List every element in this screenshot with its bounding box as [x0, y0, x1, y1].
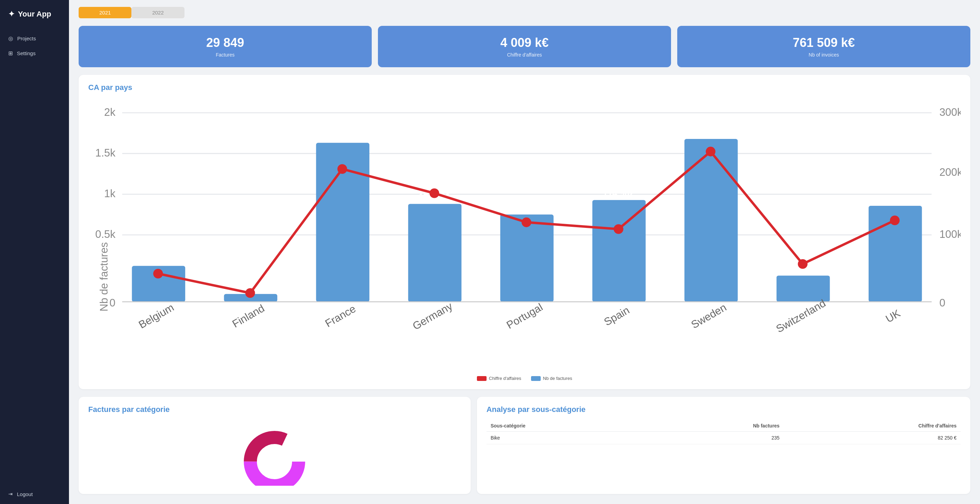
- svg-text:0.5k: 0.5k: [95, 228, 116, 240]
- logout-label: Logout: [17, 491, 33, 497]
- donut-center: [259, 446, 290, 477]
- legend-nb: Nb de factures: [531, 376, 573, 381]
- svg-text:100k: 100k: [939, 228, 961, 240]
- tab-2021[interactable]: 2021: [79, 7, 131, 18]
- donut-svg: [240, 424, 309, 486]
- kpi-value-invoices: 761 509 k€: [684, 35, 963, 50]
- svg-text:0: 0: [110, 297, 116, 309]
- svg-text:300k: 300k: [939, 106, 961, 118]
- kpi-label-factures: Factures: [86, 52, 365, 57]
- col-nb-factures: Nb factures: [651, 420, 784, 432]
- kpi-label-chiffre: Chiffre d'affaires: [385, 52, 664, 57]
- svg-text:UK: UK: [883, 307, 902, 325]
- dot-sweden: [706, 147, 716, 156]
- logout-button[interactable]: ⇥ Logout: [0, 484, 69, 504]
- svg-text:1.5k: 1.5k: [95, 147, 116, 159]
- cell-nb: 235: [651, 432, 784, 444]
- kpi-card-invoices: 761 509 k€ Nb of invoices: [677, 26, 970, 67]
- tab-2022[interactable]: 2022: [131, 7, 184, 18]
- svg-text:Nb de factures: Nb de factures: [98, 242, 110, 311]
- analysis-table: Sous-catégorie Nb factures Chiffre d'aff…: [487, 420, 961, 444]
- dot-portugal: [522, 218, 531, 227]
- ca-chart-svg: 2k 1.5k 1k 0.5k 0 300k 200k 100k 0 Nb de…: [88, 98, 961, 370]
- kpi-value-factures: 29 849: [86, 35, 365, 50]
- svg-text:210 108: 210 108: [326, 131, 358, 141]
- bar-germany: [408, 204, 462, 302]
- svg-text:Switzerland: Switzerland: [774, 297, 828, 335]
- sidebar-item-settings[interactable]: ⊞ Settings: [0, 46, 69, 61]
- app-title: Your App: [18, 10, 51, 19]
- bar-spain: [592, 200, 646, 302]
- star-icon: ✦: [8, 10, 14, 19]
- dot-switzerland: [798, 259, 808, 269]
- factures-categorie-card: Factures par catégorie: [79, 397, 471, 494]
- svg-text:1k: 1k: [104, 188, 116, 200]
- bottom-row: Factures par catégorie Analyse par sous-…: [79, 397, 970, 494]
- svg-text:Sweden: Sweden: [689, 301, 728, 331]
- sidebar-item-label: Projects: [17, 35, 36, 41]
- sidebar-item-label: Settings: [17, 50, 35, 56]
- svg-text:Portugal: Portugal: [504, 301, 545, 331]
- app-logo: ✦ Your App: [0, 0, 69, 28]
- dot-belgium: [153, 269, 163, 278]
- chart-legend: Chiffre d'affaires Nb de factures: [88, 376, 961, 381]
- svg-text:114 902: 114 902: [603, 188, 634, 198]
- cell-ca: 82 250 €: [784, 432, 961, 444]
- legend-ca: Chiffre d'affaires: [477, 376, 521, 381]
- logout-icon: ⇥: [8, 491, 13, 497]
- svg-text:Germany: Germany: [411, 300, 455, 332]
- kpi-label-invoices: Nb of invoices: [684, 52, 963, 57]
- dot-germany: [430, 188, 439, 198]
- sidebar-item-projects[interactable]: ◎ Projects: [0, 31, 69, 46]
- kpi-value-chiffre: 4 009 k€: [385, 35, 664, 50]
- table-head: Sous-catégorie Nb factures Chiffre d'aff…: [487, 420, 961, 432]
- dot-finland: [245, 288, 255, 298]
- sidebar-nav: ◎ Projects ⊞ Settings: [0, 28, 69, 484]
- svg-text:129 084: 129 084: [879, 194, 910, 204]
- col-chiffre-affaires: Chiffre d'affaires: [784, 420, 961, 432]
- legend-ca-label: Chiffre d'affaires: [489, 376, 521, 381]
- ca-par-pays-chart: 2k 1.5k 1k 0.5k 0 300k 200k 100k 0 Nb de…: [88, 98, 961, 371]
- table-row: Bike 235 82 250 €: [487, 432, 961, 444]
- svg-text:Spain: Spain: [602, 304, 632, 328]
- factures-categorie-title: Factures par catégorie: [88, 405, 461, 414]
- settings-icon: ⊞: [8, 50, 13, 57]
- legend-ca-box: [477, 376, 487, 381]
- svg-text:2k: 2k: [104, 106, 116, 118]
- svg-text:Finland: Finland: [230, 302, 267, 330]
- kpi-row: 29 849 Factures 4 009 k€ Chiffre d'affai…: [79, 26, 970, 67]
- svg-text:200k: 200k: [939, 166, 961, 178]
- legend-nb-box: [531, 376, 541, 381]
- dot-uk: [890, 215, 900, 225]
- table-body: Bike 235 82 250 €: [487, 432, 961, 444]
- dot-spain: [614, 224, 624, 234]
- analyse-sous-categorie-card: Analyse par sous-catégorie Sous-catégori…: [477, 397, 970, 494]
- donut-chart-container: [88, 420, 461, 486]
- year-tabs: 2021 2022: [79, 7, 970, 18]
- svg-text:238 451: 238 451: [695, 127, 726, 137]
- svg-text:Belgium: Belgium: [137, 301, 176, 331]
- projects-icon: ◎: [8, 35, 13, 42]
- table-header-row: Sous-catégorie Nb factures Chiffre d'aff…: [487, 420, 961, 432]
- svg-text:0: 0: [939, 297, 945, 309]
- ca-par-pays-title: CA par pays: [88, 83, 961, 92]
- svg-text:126 058: 126 058: [511, 203, 542, 212]
- main-content: 2021 2022 29 849 Factures 4 009 k€ Chiff…: [69, 0, 980, 504]
- col-sous-categorie: Sous-catégorie: [487, 420, 651, 432]
- kpi-card-chiffre: 4 009 k€ Chiffre d'affaires: [378, 26, 671, 67]
- svg-text:France: France: [323, 303, 358, 329]
- analyse-title: Analyse par sous-catégorie: [487, 405, 961, 414]
- sidebar: ✦ Your App ◎ Projects ⊞ Settings ⇥ Logou…: [0, 0, 69, 504]
- kpi-card-factures: 29 849 Factures: [79, 26, 372, 67]
- bar-portugal: [500, 215, 554, 302]
- ca-par-pays-card: CA par pays 2k 1.5k 1k 0.5k 0 300k 200k …: [79, 75, 970, 389]
- svg-text:44 097: 44 097: [145, 254, 171, 264]
- legend-nb-label: Nb de factures: [543, 376, 573, 381]
- cell-name: Bike: [487, 432, 651, 444]
- bar-sweden: [684, 139, 738, 302]
- dot-france: [337, 164, 347, 174]
